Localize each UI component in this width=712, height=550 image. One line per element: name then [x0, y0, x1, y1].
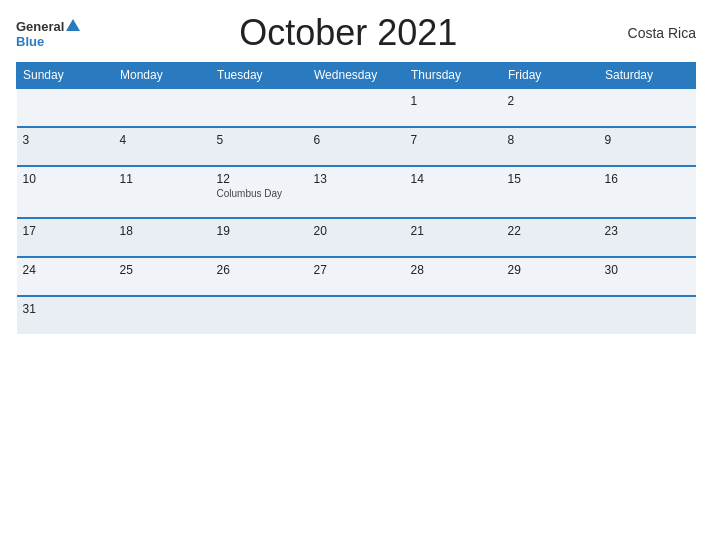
day-number: 13	[314, 172, 399, 186]
day-cell	[308, 296, 405, 334]
day-cell: 7	[405, 127, 502, 166]
day-header-thursday: Thursday	[405, 63, 502, 89]
day-cell: 26	[211, 257, 308, 296]
day-cell: 14	[405, 166, 502, 218]
day-header-tuesday: Tuesday	[211, 63, 308, 89]
day-cell: 11	[114, 166, 211, 218]
week-row-1: 3456789	[17, 127, 696, 166]
day-cell: 12Columbus Day	[211, 166, 308, 218]
calendar-header: General Blue October 2021 Costa Rica	[16, 12, 696, 54]
day-cell: 17	[17, 218, 114, 257]
day-cell: 10	[17, 166, 114, 218]
day-cell: 27	[308, 257, 405, 296]
day-cell: 21	[405, 218, 502, 257]
day-number: 6	[314, 133, 399, 147]
day-cell: 28	[405, 257, 502, 296]
week-row-2: 101112Columbus Day13141516	[17, 166, 696, 218]
day-cell	[211, 296, 308, 334]
day-cell: 9	[599, 127, 696, 166]
day-cell: 15	[502, 166, 599, 218]
logo: General Blue	[16, 17, 80, 49]
day-number: 24	[23, 263, 108, 277]
day-cell: 16	[599, 166, 696, 218]
day-cell	[405, 296, 502, 334]
day-number: 18	[120, 224, 205, 238]
day-cell: 29	[502, 257, 599, 296]
day-number: 20	[314, 224, 399, 238]
day-header-wednesday: Wednesday	[308, 63, 405, 89]
logo-general-text: General	[16, 17, 80, 35]
day-cell: 1	[405, 88, 502, 127]
day-number: 17	[23, 224, 108, 238]
week-row-4: 24252627282930	[17, 257, 696, 296]
day-cell: 31	[17, 296, 114, 334]
day-cell	[599, 88, 696, 127]
day-cell	[599, 296, 696, 334]
day-cell	[114, 296, 211, 334]
day-number: 9	[605, 133, 690, 147]
logo-triangle-icon	[66, 19, 80, 31]
day-cell: 6	[308, 127, 405, 166]
day-cell	[17, 88, 114, 127]
day-number: 25	[120, 263, 205, 277]
day-header-monday: Monday	[114, 63, 211, 89]
day-number: 31	[23, 302, 108, 316]
day-number: 30	[605, 263, 690, 277]
day-number: 29	[508, 263, 593, 277]
day-number: 21	[411, 224, 496, 238]
day-number: 22	[508, 224, 593, 238]
day-number: 8	[508, 133, 593, 147]
day-cell	[502, 296, 599, 334]
day-number: 11	[120, 172, 205, 186]
day-cell: 24	[17, 257, 114, 296]
week-row-3: 17181920212223	[17, 218, 696, 257]
day-number: 5	[217, 133, 302, 147]
day-cell: 3	[17, 127, 114, 166]
day-cell: 4	[114, 127, 211, 166]
day-number: 23	[605, 224, 690, 238]
day-cell: 2	[502, 88, 599, 127]
day-number: 15	[508, 172, 593, 186]
country-label: Costa Rica	[616, 25, 696, 41]
logo-blue-text: Blue	[16, 35, 80, 49]
day-cell: 25	[114, 257, 211, 296]
day-number: 19	[217, 224, 302, 238]
day-number: 16	[605, 172, 690, 186]
day-header-friday: Friday	[502, 63, 599, 89]
day-cell: 20	[308, 218, 405, 257]
calendar-grid: SundayMondayTuesdayWednesdayThursdayFrid…	[16, 62, 696, 334]
day-number: 28	[411, 263, 496, 277]
day-number: 27	[314, 263, 399, 277]
day-cell: 23	[599, 218, 696, 257]
day-header-sunday: Sunday	[17, 63, 114, 89]
day-number: 4	[120, 133, 205, 147]
day-number: 10	[23, 172, 108, 186]
day-cell: 5	[211, 127, 308, 166]
day-event: Columbus Day	[217, 188, 302, 199]
day-cell	[308, 88, 405, 127]
day-header-saturday: Saturday	[599, 63, 696, 89]
week-row-5: 31	[17, 296, 696, 334]
day-cell: 13	[308, 166, 405, 218]
day-cell: 18	[114, 218, 211, 257]
calendar-header-row: SundayMondayTuesdayWednesdayThursdayFrid…	[17, 63, 696, 89]
day-cell: 30	[599, 257, 696, 296]
day-cell: 8	[502, 127, 599, 166]
day-number: 26	[217, 263, 302, 277]
day-cell: 22	[502, 218, 599, 257]
day-number: 3	[23, 133, 108, 147]
day-cell	[211, 88, 308, 127]
calendar-container: General Blue October 2021 Costa Rica Sun…	[0, 0, 712, 550]
day-cell	[114, 88, 211, 127]
day-number: 2	[508, 94, 593, 108]
day-number: 1	[411, 94, 496, 108]
month-title: October 2021	[80, 12, 616, 54]
day-number: 14	[411, 172, 496, 186]
week-row-0: 12	[17, 88, 696, 127]
day-number: 12	[217, 172, 302, 186]
day-cell: 19	[211, 218, 308, 257]
day-number: 7	[411, 133, 496, 147]
